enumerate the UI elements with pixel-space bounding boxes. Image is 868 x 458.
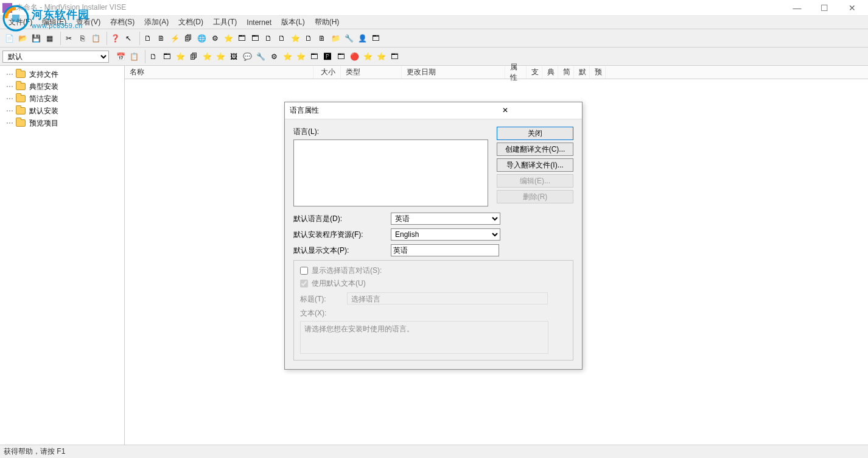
minimize-button[interactable]: — <box>783 0 811 16</box>
filter-select[interactable]: 默认 <box>2 51 109 63</box>
default-resource-label: 默认安装程序资源(F): <box>293 230 391 240</box>
toolbar-icon[interactable]: ⚡ <box>169 32 181 44</box>
toolbar-icon[interactable]: ⭐ <box>295 51 307 63</box>
show-language-dialog-label: 显示选择语言对话(S): <box>312 266 382 276</box>
close-button[interactable]: 关闭 <box>497 127 573 140</box>
pointer-icon[interactable]: ↖ <box>122 32 135 44</box>
dialog-close-icon[interactable]: ✕ <box>433 105 577 117</box>
open-icon[interactable]: 📂 <box>16 32 29 44</box>
create-translation-button[interactable]: 创建翻译文件(C)... <box>497 143 573 156</box>
save-icon[interactable]: 💾 <box>30 32 42 44</box>
toolbar-icon[interactable]: 🗎 <box>316 32 328 44</box>
toolbar-icon[interactable]: 📅 <box>114 51 127 63</box>
status-text: 获得帮助，请按 F1 <box>4 446 65 457</box>
folder-icon <box>16 119 26 127</box>
toolbar-icon[interactable]: 🗔 <box>161 51 173 63</box>
menu-internet[interactable]: Internet <box>242 17 276 28</box>
toolbar-icon[interactable]: 🗋 <box>142 32 154 44</box>
dialog-titlebar[interactable]: 语言属性 ✕ <box>285 102 582 119</box>
new-icon[interactable]: 📄 <box>3 32 15 44</box>
toolbar-icon[interactable]: ⭐ <box>362 51 374 63</box>
toolbar-icon[interactable]: 🗔 <box>335 51 347 63</box>
toolbar-icon[interactable]: 🗎 <box>155 32 167 44</box>
toolbar-icon[interactable]: 🗋 <box>147 51 159 63</box>
toolbar-icon[interactable]: ⭐ <box>201 51 213 63</box>
title-field-value: 选择语言 <box>347 292 548 305</box>
default-language-select[interactable]: 英语 <box>391 213 500 225</box>
toolbar-icon[interactable]: 🗔 <box>388 51 401 63</box>
toolbar-icon[interactable]: 🌐 <box>195 32 208 44</box>
toolbar-icon[interactable]: 🗐 <box>182 32 194 44</box>
menu-tool[interactable]: 工具(T) <box>208 16 242 29</box>
grid-icon[interactable]: ▦ <box>43 32 55 44</box>
toolbar-icon[interactable]: ⭐ <box>214 51 226 63</box>
toolbar-icon[interactable]: 🔴 <box>348 51 360 63</box>
language-label: 语言(L): <box>293 127 489 137</box>
toolbar-icon[interactable]: 📁 <box>329 32 341 44</box>
menu-version[interactable]: 版本(L) <box>276 16 310 29</box>
col-jian[interactable]: 简 <box>558 66 574 79</box>
tree-item[interactable]: ⋯支持文件 <box>4 68 121 80</box>
show-language-dialog-checkbox[interactable] <box>300 267 308 275</box>
help-icon[interactable]: ❓ <box>109 32 121 44</box>
folder-icon <box>16 95 26 102</box>
toolbar-icon[interactable]: ⭐ <box>174 51 186 63</box>
toolbar-icon[interactable]: ⭐ <box>375 51 387 63</box>
col-size[interactable]: 大小 <box>313 66 341 79</box>
toolbar-icon[interactable]: ⚙ <box>268 51 280 63</box>
col-modified[interactable]: 更改日期 <box>402 66 505 79</box>
toolbar-icon[interactable]: 🗔 <box>249 32 261 44</box>
separator <box>136 32 140 45</box>
col-yu[interactable]: 预 <box>590 66 606 79</box>
menu-doc[interactable]: 文档(D) <box>173 16 208 29</box>
close-button[interactable]: ✕ <box>838 0 866 16</box>
toolbar-icon[interactable]: ⭐ <box>222 32 234 44</box>
col-dian[interactable]: 典 <box>542 66 558 79</box>
language-listbox[interactable] <box>293 139 488 206</box>
toolbar-icon[interactable]: 📋 <box>128 51 140 63</box>
col-type[interactable]: 类型 <box>341 66 402 79</box>
folder-icon <box>16 107 26 114</box>
col-zhi[interactable]: 支 <box>527 66 542 79</box>
default-display-input[interactable] <box>391 244 499 256</box>
toolbar-icon[interactable]: ⭐ <box>289 32 301 44</box>
toolbar-icon[interactable]: 🗔 <box>369 32 382 44</box>
copy-icon[interactable]: ⎘ <box>76 32 88 44</box>
col-mo[interactable]: 默 <box>574 66 590 79</box>
language-dialog-group: 显示选择语言对话(S): 使用默认文本(U) 标题(T): 选择语言 文本(X)… <box>293 260 573 361</box>
toolbar-icon[interactable]: 💬 <box>241 51 253 63</box>
tree-item[interactable]: ⋯默认安装 <box>4 105 121 117</box>
toolbar-icon[interactable]: 🖼 <box>228 51 240 63</box>
toolbar-icon[interactable]: 🗔 <box>308 51 320 63</box>
paste-icon[interactable]: 📋 <box>89 32 102 44</box>
default-resource-select[interactable]: English <box>391 228 500 241</box>
dialog-title: 语言属性 <box>290 105 433 116</box>
toolbar-icon[interactable]: 🗔 <box>236 32 248 44</box>
tree-item[interactable]: ⋯预览项目 <box>4 117 121 129</box>
tree-item[interactable]: ⋯简洁安装 <box>4 93 121 105</box>
cut-icon[interactable]: ✂ <box>63 32 75 44</box>
menu-edit[interactable]: 编辑(E) <box>37 16 71 29</box>
menu-help[interactable]: 帮助(H) <box>310 16 345 29</box>
maximize-button[interactable]: ☐ <box>811 0 838 16</box>
toolbar-icon[interactable]: 🔧 <box>343 32 355 44</box>
toolbar-icon[interactable]: 🗋 <box>276 32 288 44</box>
import-translation-button[interactable]: 导入翻译文件(I)... <box>497 158 573 172</box>
toolbar-icon[interactable]: ⭐ <box>281 51 293 63</box>
tree-item[interactable]: ⋯典型安装 <box>4 80 121 93</box>
col-name[interactable]: 名称 <box>125 66 313 79</box>
menu-archive[interactable]: 存档(S) <box>105 16 139 29</box>
toolbar-icon[interactable]: 🔧 <box>254 51 267 63</box>
toolbar-icon[interactable]: 👤 <box>356 32 368 44</box>
toolbar-icon[interactable]: 🅿 <box>321 51 334 63</box>
use-default-text-label: 使用默认文本(U) <box>312 278 366 289</box>
col-attr[interactable]: 属性 <box>505 66 527 79</box>
toolbar-icon[interactable]: 🗋 <box>262 32 275 44</box>
toolbar-icon[interactable]: ⚙ <box>209 32 221 44</box>
titlebar: 未命名 - MindVision Installer VISE — ☐ ✕ <box>0 0 868 16</box>
menu-view[interactable]: 查看(V) <box>71 16 105 29</box>
menu-add[interactable]: 添加(A) <box>139 16 173 29</box>
menu-file[interactable]: 文件(F) <box>4 16 37 29</box>
toolbar-icon[interactable]: 🗐 <box>187 51 200 63</box>
toolbar-icon[interactable]: 🗋 <box>303 32 315 44</box>
